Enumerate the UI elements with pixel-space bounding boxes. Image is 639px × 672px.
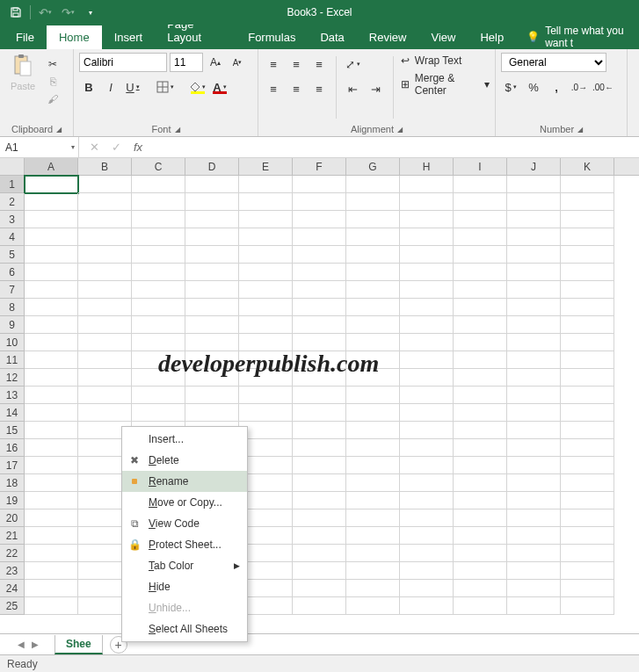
cell-C11[interactable] — [132, 351, 185, 369]
cell-G19[interactable] — [346, 492, 400, 509]
cell-B3[interactable] — [78, 211, 132, 228]
format-painter-icon[interactable]: 🖌 — [44, 91, 62, 107]
cell-D4[interactable] — [185, 228, 239, 246]
cell-E8[interactable] — [239, 299, 293, 316]
cell-K11[interactable] — [561, 351, 614, 369]
name-box-dropdown-icon[interactable]: ▾ — [71, 143, 75, 151]
cell-F24[interactable] — [293, 580, 346, 597]
cell-I17[interactable] — [454, 457, 507, 474]
cell-F16[interactable] — [293, 439, 346, 457]
cell-D7[interactable] — [185, 281, 239, 299]
cell-J11[interactable] — [507, 351, 561, 369]
col-header-H[interactable]: H — [400, 158, 454, 175]
merge-center-button[interactable]: Merge & Center — [415, 72, 479, 97]
cell-F4[interactable] — [293, 228, 346, 246]
cell-F12[interactable] — [293, 369, 346, 387]
row-header-8[interactable]: 8 — [0, 299, 25, 316]
row-header-16[interactable]: 16 — [0, 439, 25, 457]
increase-indent-icon[interactable]: ⇥ — [367, 79, 386, 98]
italic-button[interactable]: I — [101, 77, 120, 97]
cell-F22[interactable] — [293, 545, 346, 562]
cell-I2[interactable] — [454, 193, 507, 211]
name-box[interactable]: A1 ▾ — [0, 137, 79, 157]
increase-decimal-icon[interactable]: .0→ — [570, 77, 589, 97]
cell-D13[interactable] — [185, 387, 239, 404]
cell-B7[interactable] — [78, 281, 132, 299]
cell-H6[interactable] — [400, 264, 454, 281]
row-header-14[interactable]: 14 — [0, 404, 25, 422]
align-bottom-icon[interactable]: ≡ — [309, 54, 329, 74]
cell-E4[interactable] — [239, 228, 293, 246]
cell-K4[interactable] — [561, 228, 614, 246]
merge-dropdown-icon[interactable]: ▾ — [484, 78, 490, 90]
comma-format-icon[interactable]: , — [547, 77, 566, 97]
cell-K18[interactable] — [561, 474, 614, 492]
cell-K14[interactable] — [561, 404, 614, 422]
cell-J5[interactable] — [507, 246, 561, 264]
cell-K1[interactable] — [561, 176, 614, 193]
cell-I19[interactable] — [454, 492, 507, 509]
borders-icon[interactable]: ▾ — [156, 77, 175, 97]
cell-I1[interactable] — [454, 176, 507, 193]
cell-H21[interactable] — [400, 527, 454, 545]
cell-G13[interactable] — [346, 387, 400, 404]
cell-A11[interactable] — [25, 351, 78, 369]
cell-I13[interactable] — [454, 387, 507, 404]
cell-G16[interactable] — [346, 439, 400, 457]
row-header-1[interactable]: 1 — [0, 176, 25, 193]
cell-B4[interactable] — [78, 228, 132, 246]
clipboard-launcher-icon[interactable]: ◢ — [56, 126, 62, 134]
cell-B13[interactable] — [78, 387, 132, 404]
copy-icon[interactable]: ⎘ — [44, 74, 62, 90]
cell-I16[interactable] — [454, 439, 507, 457]
col-header-C[interactable]: C — [132, 158, 185, 175]
cell-F25[interactable] — [293, 597, 346, 615]
sheet-tab-active[interactable]: Shee — [54, 635, 103, 654]
decrease-font-icon[interactable]: A▾ — [228, 53, 247, 72]
cell-A21[interactable] — [25, 527, 78, 545]
cell-J13[interactable] — [507, 387, 561, 404]
cell-H16[interactable] — [400, 439, 454, 457]
cell-J18[interactable] — [507, 474, 561, 492]
cell-C1[interactable] — [132, 176, 185, 193]
cell-I25[interactable] — [454, 597, 507, 615]
cell-E7[interactable] — [239, 281, 293, 299]
cell-B10[interactable] — [78, 334, 132, 351]
font-name-select[interactable] — [79, 53, 167, 72]
cell-I21[interactable] — [454, 527, 507, 545]
cell-A4[interactable] — [25, 228, 78, 246]
cell-J14[interactable] — [507, 404, 561, 422]
cell-A8[interactable] — [25, 299, 78, 316]
cell-J6[interactable] — [507, 264, 561, 281]
cell-E1[interactable] — [239, 176, 293, 193]
cell-A22[interactable] — [25, 545, 78, 562]
cell-H18[interactable] — [400, 474, 454, 492]
cell-K15[interactable] — [561, 422, 614, 439]
cell-C4[interactable] — [132, 228, 185, 246]
cell-A6[interactable] — [25, 264, 78, 281]
cell-I23[interactable] — [454, 562, 507, 580]
cell-F8[interactable] — [293, 299, 346, 316]
cell-F13[interactable] — [293, 387, 346, 404]
row-header-11[interactable]: 11 — [0, 351, 25, 369]
row-header-4[interactable]: 4 — [0, 228, 25, 246]
cell-F2[interactable] — [293, 193, 346, 211]
cell-E11[interactable] — [239, 351, 293, 369]
qat-customize-icon[interactable]: ▾ — [80, 2, 101, 23]
cell-D12[interactable] — [185, 369, 239, 387]
cell-E5[interactable] — [239, 246, 293, 264]
cell-B12[interactable] — [78, 369, 132, 387]
cell-G23[interactable] — [346, 562, 400, 580]
decrease-decimal-icon[interactable]: .00← — [592, 77, 614, 97]
cell-H4[interactable] — [400, 228, 454, 246]
cell-G9[interactable] — [346, 316, 400, 334]
cell-K5[interactable] — [561, 246, 614, 264]
cell-G8[interactable] — [346, 299, 400, 316]
cell-I11[interactable] — [454, 351, 507, 369]
cell-G4[interactable] — [346, 228, 400, 246]
cell-H13[interactable] — [400, 387, 454, 404]
paste-button[interactable]: Paste — [5, 53, 40, 122]
cell-J19[interactable] — [507, 492, 561, 509]
cell-B14[interactable] — [78, 404, 132, 422]
cell-B8[interactable] — [78, 299, 132, 316]
